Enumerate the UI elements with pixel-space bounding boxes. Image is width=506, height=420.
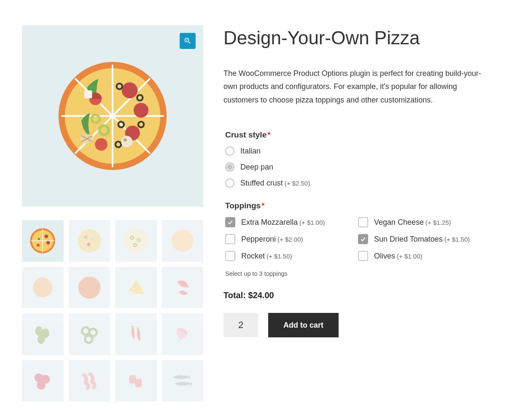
svg-point-54 <box>37 381 46 390</box>
thumbnail-tomato-slices[interactable] <box>162 267 204 309</box>
crust-label: Crust style* <box>223 130 484 140</box>
svg-point-41 <box>78 277 101 299</box>
product-description: The WooCommerce Product Options plugin i… <box>223 67 484 107</box>
required-asterisk: * <box>267 130 270 139</box>
svg-point-34 <box>91 237 94 240</box>
option-text: Vegan Cheese(+ $1.25) <box>374 218 451 227</box>
crust-option-deep-pan[interactable]: Deep pan <box>223 162 484 172</box>
topping-olives[interactable]: Olives(+ $1.00) <box>356 251 484 261</box>
thumbnail-dough-2[interactable] <box>22 267 64 309</box>
thumbnail-olive-rings[interactable] <box>69 313 110 355</box>
checkbox-icon <box>225 234 235 244</box>
product-details: Design-Your-Own Pizza The WooCommerce Pr… <box>223 25 484 401</box>
thumbnail-olives-whole[interactable] <box>22 313 64 355</box>
zoom-icon <box>183 37 192 45</box>
thumbnail-prosciutto[interactable] <box>162 313 204 355</box>
option-text: Pepperoni(+ $2.00) <box>241 235 303 244</box>
topping-rocket[interactable]: Rocket(+ $1.50) <box>223 251 351 261</box>
svg-point-28 <box>38 238 40 240</box>
thumbnail-dough-1[interactable] <box>162 220 204 262</box>
svg-point-49 <box>85 336 92 343</box>
pizza-illustration <box>56 59 170 173</box>
thumbnail-salami[interactable] <box>22 360 64 402</box>
radio-icon <box>225 146 234 156</box>
product-container: Design-Your-Own Pizza The WooCommerce Pr… <box>22 25 484 401</box>
svg-point-7 <box>134 103 148 118</box>
checkbox-icon <box>358 234 368 244</box>
svg-point-57 <box>173 375 188 379</box>
crust-option-stuffed[interactable]: Stuffed crust(+ $2.50) <box>223 178 484 188</box>
svg-rect-55 <box>129 375 136 383</box>
radio-icon <box>225 178 234 188</box>
svg-point-27 <box>46 241 50 245</box>
product-gallery <box>22 25 203 401</box>
thumbnail-pizza-full[interactable] <box>22 220 64 262</box>
topping-sun-dried-tomatoes[interactable]: Sun Dried Tomatoes(+ $1.50) <box>356 234 484 244</box>
total-price: Total: $24.00 <box>223 291 484 300</box>
svg-point-6 <box>122 82 138 98</box>
add-to-cart-button[interactable]: Add to cart <box>268 313 339 337</box>
quantity-input[interactable] <box>223 313 258 337</box>
svg-point-33 <box>84 235 88 239</box>
checkbox-icon <box>225 217 235 227</box>
thumbnail-cheese[interactable] <box>115 267 157 309</box>
thumbnail-pizza-veggie[interactable] <box>69 220 110 262</box>
main-product-image[interactable] <box>22 25 203 207</box>
option-group-crust: Crust style* Italian Deep pan Stuffed cr… <box>223 130 484 188</box>
option-text: Sun Dried Tomatoes(+ $1.50) <box>374 235 470 244</box>
radio-icon <box>225 162 234 172</box>
required-asterisk: * <box>261 201 264 210</box>
thumbnail-anchovies[interactable] <box>162 360 204 402</box>
toppings-help-text: Select up to 3 toppings <box>223 270 484 277</box>
topping-pepperoni[interactable]: Pepperoni(+ $2.00) <box>223 234 351 244</box>
svg-point-46 <box>38 334 45 344</box>
svg-point-29 <box>37 244 40 247</box>
svg-point-51 <box>137 328 139 330</box>
checkbox-icon <box>358 251 368 261</box>
option-text: Deep pan <box>240 163 275 172</box>
thumbnail-bacon[interactable] <box>69 360 110 402</box>
thumbnail-ham[interactable] <box>115 360 157 402</box>
svg-point-26 <box>45 234 48 238</box>
crust-option-italian[interactable]: Italian <box>223 146 484 156</box>
topping-vegan-cheese[interactable]: Vegan Cheese(+ $1.25) <box>356 217 484 227</box>
option-group-toppings: Toppings* Extra Mozzarella(+ $1.00) Vega… <box>223 201 484 277</box>
option-text: Italian <box>240 147 262 156</box>
thumbnail-pizza-olive[interactable] <box>115 220 157 262</box>
option-text: Rocket(+ $1.50) <box>241 252 292 261</box>
checkbox-icon <box>225 251 235 261</box>
svg-rect-18 <box>84 90 92 98</box>
option-text: Stuffed crust(+ $2.50) <box>240 179 310 188</box>
svg-point-35 <box>87 243 91 247</box>
thumbnail-dough-3[interactable] <box>69 267 110 309</box>
svg-point-50 <box>132 326 134 328</box>
thumbnail-grid <box>22 220 203 401</box>
topping-extra-mozzarella[interactable]: Extra Mozzarella(+ $1.00) <box>223 217 351 227</box>
svg-point-47 <box>82 328 89 335</box>
svg-point-32 <box>78 229 101 253</box>
add-to-cart-row: Add to cart <box>223 313 484 337</box>
product-title: Design-Your-Own Pizza <box>223 27 484 49</box>
zoom-button[interactable] <box>180 33 196 49</box>
svg-point-15 <box>124 138 127 142</box>
svg-point-42 <box>133 287 135 289</box>
svg-point-58 <box>175 382 190 385</box>
svg-point-14 <box>121 136 132 147</box>
svg-point-36 <box>124 229 148 253</box>
thumbnail-chilli[interactable] <box>115 313 157 355</box>
svg-point-40 <box>172 230 194 252</box>
toppings-label: Toppings* <box>223 201 484 210</box>
option-text: Extra Mozzarella(+ $1.00) <box>241 218 325 227</box>
option-text: Olives(+ $1.00) <box>374 252 422 261</box>
checkbox-icon <box>358 217 368 227</box>
svg-rect-56 <box>135 379 142 387</box>
svg-point-17 <box>95 138 108 151</box>
